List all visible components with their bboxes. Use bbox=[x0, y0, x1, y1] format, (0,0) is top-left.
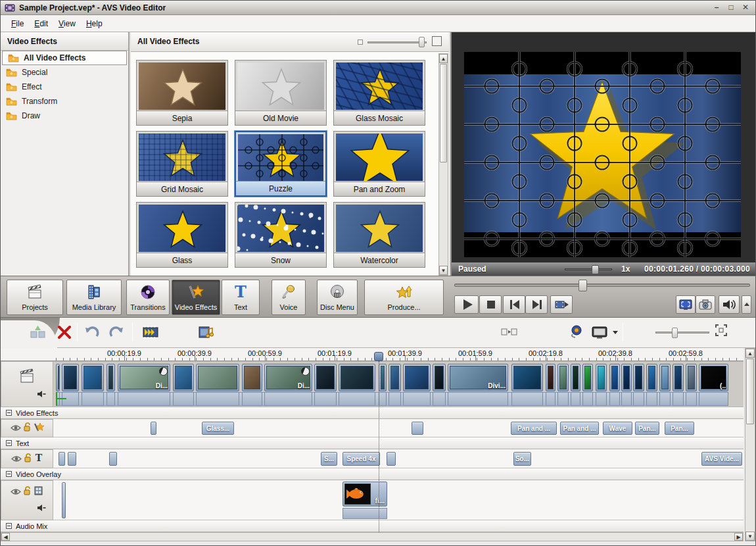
video-clip[interactable]: Divi... bbox=[448, 364, 508, 391]
timeline-vscrollbar[interactable]: ▲ ▼ bbox=[745, 348, 755, 541]
video-clip[interactable] bbox=[242, 364, 262, 391]
collapse-icon[interactable] bbox=[6, 410, 12, 416]
audio-segment[interactable] bbox=[379, 392, 387, 406]
video-clip[interactable] bbox=[621, 364, 632, 391]
seek-knob[interactable] bbox=[579, 280, 587, 291]
clip[interactable] bbox=[68, 452, 76, 466]
audio-segment[interactable] bbox=[582, 392, 593, 406]
audio-segment[interactable] bbox=[433, 392, 446, 406]
video-clip[interactable]: (.. bbox=[699, 364, 728, 391]
audio-segment[interactable] bbox=[673, 392, 684, 406]
visibility-eye-icon[interactable] bbox=[11, 453, 22, 465]
playback-speed-slider[interactable] bbox=[565, 268, 612, 270]
video-clip[interactable] bbox=[659, 364, 671, 391]
audio-segment[interactable] bbox=[82, 392, 104, 406]
thumbnail-size-slider[interactable] bbox=[367, 41, 427, 43]
video-clip[interactable] bbox=[596, 364, 607, 391]
audio-segment[interactable] bbox=[609, 392, 620, 406]
video-clip[interactable] bbox=[173, 364, 194, 391]
clip-so[interactable]: So... bbox=[513, 452, 531, 466]
video-clip[interactable] bbox=[609, 364, 620, 391]
clip-pan-and[interactable]: Pan and ... bbox=[511, 422, 557, 435]
hscroll-left-icon[interactable]: ◀ bbox=[1, 533, 10, 541]
effect-card-snow[interactable]: Snow bbox=[235, 202, 327, 268]
effects-scroll-thumb[interactable] bbox=[440, 64, 447, 162]
split-clip-button[interactable] bbox=[30, 324, 47, 341]
video-clip[interactable] bbox=[673, 364, 684, 391]
next-button[interactable] bbox=[525, 295, 548, 314]
video-clip[interactable] bbox=[106, 364, 115, 391]
tab-projects[interactable]: Projects bbox=[7, 280, 63, 315]
audio-button[interactable] bbox=[198, 324, 219, 341]
minimize-button[interactable]: – bbox=[711, 3, 722, 12]
thumbnail-size-min-icon[interactable] bbox=[358, 39, 363, 45]
fullscreen-button[interactable] bbox=[676, 295, 696, 314]
audio-segment[interactable] bbox=[546, 392, 555, 406]
effect-card-sepia[interactable]: Sepia bbox=[136, 60, 228, 126]
menu-edit[interactable]: Edit bbox=[29, 17, 53, 30]
video-clip[interactable] bbox=[403, 364, 431, 391]
collapse-icon[interactable] bbox=[6, 440, 12, 446]
effects-scrollbar[interactable]: ▲ ▼ bbox=[438, 53, 448, 276]
visibility-eye-icon[interactable] bbox=[11, 486, 21, 498]
sidebar-item-effect[interactable]: Effect bbox=[1, 80, 128, 94]
lock-icon[interactable] bbox=[24, 453, 32, 465]
video-clip[interactable] bbox=[56, 364, 60, 391]
clip[interactable] bbox=[151, 422, 156, 435]
audio-segment[interactable] bbox=[646, 392, 657, 406]
vscroll-up-icon[interactable]: ▲ bbox=[745, 349, 755, 358]
audio-segment[interactable] bbox=[511, 392, 543, 406]
sidebar-item-special[interactable]: Special bbox=[1, 65, 128, 80]
video-clip[interactable] bbox=[633, 364, 644, 391]
video-clip[interactable] bbox=[511, 364, 543, 391]
timeline-ruler[interactable]: 00:00:19.900:00:39.900:00:59.900:01:19.9… bbox=[1, 348, 744, 361]
section-text[interactable]: Text bbox=[1, 437, 744, 449]
sidebar-item-all-video-effects[interactable]: All Video Effects bbox=[2, 51, 127, 65]
previous-button[interactable] bbox=[503, 295, 525, 314]
section-audio-mix[interactable]: Audio Mix bbox=[1, 520, 744, 532]
video-clip[interactable] bbox=[557, 364, 569, 391]
audio-segment[interactable] bbox=[686, 392, 697, 406]
effect-card-panzoom[interactable]: Pan and Zoom bbox=[333, 131, 425, 197]
effect-card-glass[interactable]: Glass bbox=[136, 202, 228, 268]
tab-disc-menu[interactable]: Disc Menu bbox=[317, 280, 358, 315]
video-clip[interactable] bbox=[571, 364, 580, 391]
audio-segment[interactable] bbox=[118, 392, 170, 406]
hscroll-right-icon[interactable]: ▶ bbox=[734, 533, 743, 541]
audio-segment[interactable] bbox=[264, 392, 312, 406]
track-audio-icon[interactable] bbox=[37, 503, 46, 514]
clip[interactable] bbox=[387, 452, 396, 466]
seek-bar[interactable] bbox=[454, 284, 750, 287]
clip-pan-and[interactable]: Pan and ... bbox=[560, 422, 599, 435]
audio-segment[interactable] bbox=[314, 392, 337, 406]
tab-text[interactable]: TText bbox=[222, 280, 260, 315]
effects-scroll-up-icon[interactable]: ▲ bbox=[439, 54, 448, 63]
lock-icon[interactable] bbox=[23, 422, 32, 434]
audio-segment[interactable] bbox=[173, 392, 194, 406]
audio-segment[interactable] bbox=[621, 392, 632, 406]
section-video-effects[interactable]: Video Effects bbox=[1, 407, 744, 419]
video-clip[interactable] bbox=[646, 364, 657, 391]
thumbnail-size-max-icon[interactable] bbox=[432, 36, 442, 46]
stop-button[interactable] bbox=[479, 295, 502, 314]
timeline-zoom-knob[interactable] bbox=[672, 328, 678, 338]
clip[interactable] bbox=[412, 422, 423, 435]
effect-card-glassmosaic[interactable]: Glass Mosaic bbox=[333, 60, 425, 126]
undo-button[interactable] bbox=[83, 324, 101, 341]
audio-segment[interactable] bbox=[389, 392, 401, 406]
visibility-eye-icon[interactable] bbox=[11, 422, 21, 434]
audio-segment[interactable] bbox=[242, 392, 262, 406]
menu-file[interactable]: File bbox=[6, 17, 29, 30]
video-clip[interactable] bbox=[379, 364, 387, 391]
clip[interactable] bbox=[59, 452, 65, 466]
export-frame-button[interactable] bbox=[550, 295, 573, 314]
fit-timeline-button[interactable] bbox=[715, 324, 728, 337]
video-clip[interactable] bbox=[62, 364, 79, 391]
audio-segment[interactable] bbox=[633, 392, 644, 406]
clip-glass[interactable]: Glass... bbox=[202, 422, 234, 435]
timeline-hscrollbar[interactable]: ◀ ▶ bbox=[1, 532, 744, 541]
video-clip[interactable] bbox=[339, 364, 375, 391]
playhead-knob[interactable] bbox=[374, 352, 383, 361]
screen-capture-button[interactable] bbox=[591, 324, 608, 341]
audio-segment[interactable] bbox=[596, 392, 607, 406]
